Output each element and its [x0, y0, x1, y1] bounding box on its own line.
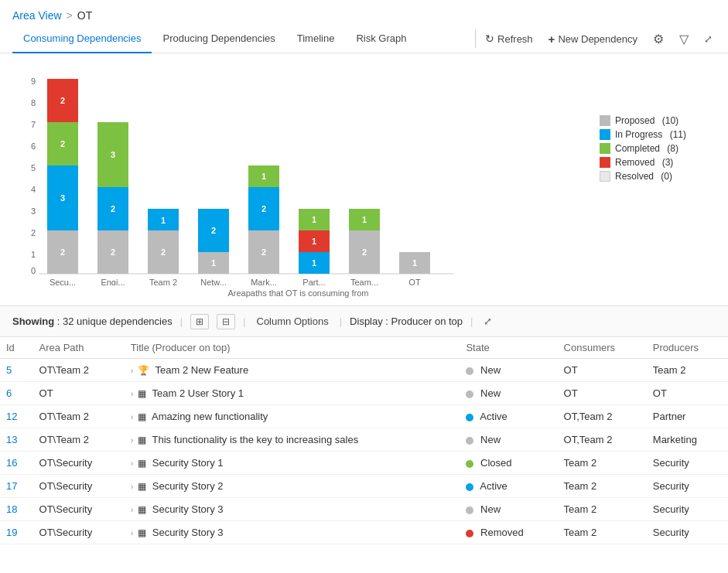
col-title: Title (Producer on top) [125, 337, 460, 359]
svg-text:2: 2 [60, 139, 65, 148]
svg-text:5: 5 [31, 163, 36, 172]
state-text: Active [480, 480, 507, 492]
cell-id: 17 [0, 475, 33, 498]
tabs-separator [475, 29, 476, 48]
id-link[interactable]: 17 [6, 480, 17, 492]
svg-text:Secu...: Secu... [50, 278, 76, 285]
work-item-icon: ▦ [138, 527, 146, 538]
state-dot [466, 414, 473, 421]
resolved-swatch [600, 171, 610, 182]
proposed-swatch [600, 115, 610, 126]
svg-text:Team...: Team... [350, 278, 378, 285]
cell-area-path: OT\Team 2 [33, 428, 125, 452]
row-expand-icon[interactable]: › [131, 435, 134, 445]
svg-text:Mark...: Mark... [251, 278, 277, 285]
work-item-icon: ▦ [138, 458, 146, 469]
id-link[interactable]: 5 [6, 364, 12, 376]
state-text: Active [480, 411, 507, 422]
state-dot [466, 506, 473, 514]
cell-area-path: OT\Team 2 [33, 359, 125, 382]
cell-producers: OT [647, 382, 728, 405]
cell-state: Active [460, 405, 557, 428]
state-dot [466, 437, 473, 445]
row-expand-icon[interactable]: › [131, 389, 134, 398]
cell-area-path: OT\Security [33, 475, 125, 498]
showing-label: Showing : 32 unique dependencies [12, 315, 173, 327]
display-label: Display : Producer on top [350, 315, 463, 327]
id-link[interactable]: 18 [6, 503, 17, 515]
cell-producers: Partner [647, 405, 728, 428]
dependencies-table: Id Area Path Title (Producer on top) Sta… [0, 337, 728, 544]
tab-timeline[interactable]: Timeline [286, 25, 346, 53]
id-link[interactable]: 13 [6, 434, 17, 445]
state-text: New [480, 364, 501, 376]
inprogress-swatch [600, 129, 610, 140]
table-row: 6 OT › ▦ Team 2 User Story 1 New OT OT [0, 382, 728, 405]
work-item-icon: ▦ [138, 411, 146, 422]
cell-id: 18 [0, 498, 33, 521]
cell-area-path: OT\Security [33, 498, 125, 521]
refresh-button[interactable]: ↻ Refresh [482, 28, 536, 49]
tab-producing[interactable]: Producing Dependencies [152, 25, 285, 53]
row-expand-icon[interactable]: › [131, 459, 134, 468]
row-expand-icon[interactable]: › [131, 412, 134, 421]
legend-completed: Completed (8) [600, 143, 716, 154]
settings-button[interactable]: ⚙ [650, 29, 667, 49]
legend-inprogress: In Progress (11) [600, 129, 716, 140]
cell-title: › ▦ Team 2 User Story 1 [125, 382, 460, 405]
svg-text:0: 0 [31, 266, 36, 275]
row-expand-icon[interactable]: › [131, 366, 134, 375]
cell-area-path: OT\Team 2 [33, 405, 125, 428]
svg-text:8: 8 [31, 98, 36, 107]
id-link[interactable]: 6 [6, 387, 12, 399]
state-text: New [480, 387, 501, 399]
collapse-grid-button[interactable]: ⊟ [217, 314, 235, 329]
cell-state: Active [460, 475, 557, 498]
table-row: 16 OT\Security › ▦ Security Story 1 Clos… [0, 452, 728, 475]
expand-button[interactable]: ⤢ [701, 30, 716, 48]
tab-riskgraph[interactable]: Risk Graph [345, 25, 417, 53]
svg-text:2: 2 [362, 247, 367, 257]
table-container: Id Area Path Title (Producer on top) Sta… [0, 337, 728, 544]
filter-button[interactable]: ▽ [676, 29, 692, 49]
title-text: Security Story 3 [152, 503, 224, 515]
tab-consuming[interactable]: Consuming Dependencies [12, 25, 152, 53]
cell-id: 16 [0, 452, 33, 475]
area-view-link[interactable]: Area View [12, 9, 62, 22]
table-row: 13 OT\Team 2 › ▦ This functionality is t… [0, 428, 728, 452]
table-row: 19 OT\Security › ▦ Security Story 3 Remo… [0, 521, 728, 544]
breadcrumb-current: OT [77, 9, 92, 22]
cell-consumers: Team 2 [558, 521, 647, 544]
expand-table-button[interactable]: ⤢ [480, 312, 495, 330]
column-options-button[interactable]: Column Options [254, 314, 332, 329]
new-dependency-button[interactable]: + New Dependency [545, 28, 641, 50]
title-text: Security Story 3 [152, 527, 224, 538]
id-link[interactable]: 12 [6, 411, 17, 422]
row-expand-icon[interactable]: › [131, 528, 134, 537]
work-item-icon: ▦ [138, 481, 146, 492]
cell-consumers: Team 2 [558, 498, 647, 521]
state-dot [466, 391, 473, 398]
row-expand-icon[interactable]: › [131, 482, 134, 491]
cell-state: New [460, 428, 557, 452]
svg-text:1: 1 [312, 258, 316, 268]
tabs-bar: Consuming Dependencies Producing Depende… [0, 25, 728, 53]
state-dot [466, 460, 473, 468]
cell-title: › ▦ This functionality is the key to inc… [125, 428, 460, 452]
svg-text:3: 3 [31, 206, 36, 216]
tabs-left: Consuming Dependencies Producing Depende… [12, 25, 469, 53]
svg-text:1: 1 [362, 215, 367, 224]
completed-swatch [600, 143, 610, 154]
table-row: 5 OT\Team 2 › 🏆 Team 2 New Feature New O… [0, 359, 728, 382]
cell-producers: Marketing [647, 428, 728, 452]
expand-grid-button[interactable]: ⊞ [190, 314, 209, 329]
id-link[interactable]: 16 [6, 457, 17, 469]
id-link[interactable]: 19 [6, 527, 17, 538]
svg-text:Netw...: Netw... [200, 278, 227, 285]
legend-resolved: Resolved (0) [600, 171, 716, 182]
svg-text:7: 7 [31, 120, 36, 129]
row-expand-icon[interactable]: › [131, 505, 134, 514]
state-text: Closed [480, 457, 511, 469]
svg-text:1: 1 [312, 215, 316, 224]
work-item-icon: 🏆 [138, 365, 149, 376]
